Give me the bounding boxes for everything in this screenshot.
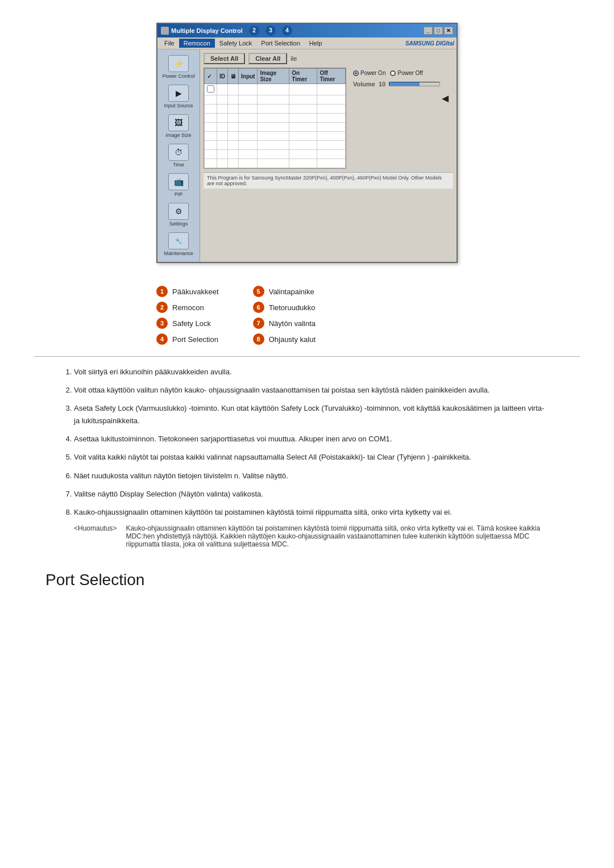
scroll-down-arrow[interactable]: ◄	[353, 92, 451, 105]
legend-num-1: 1	[156, 286, 168, 297]
power-off-radio[interactable]	[390, 70, 396, 76]
legend-num-7: 7	[253, 318, 264, 329]
power-on-radio[interactable]	[353, 70, 359, 76]
time-icon: ⏱	[168, 144, 189, 161]
instruction-4: Asettaa lukitustoiminnon. Tietokoneen sa…	[74, 433, 551, 445]
row-display	[228, 84, 239, 95]
legend-label-3: Safety Lock	[172, 319, 211, 328]
table-row[interactable]	[205, 132, 346, 141]
col-header-image-size: Image Size	[258, 69, 289, 84]
power-off-label: Power Off	[397, 70, 422, 76]
right-panel: Power On Power Off Volume 10	[351, 68, 453, 169]
sidebar-item-input-source[interactable]: ▶ Input Source	[157, 82, 200, 111]
instruction-5: Voit valita kaikki näytöt tai poistaa ka…	[74, 451, 551, 464]
maximize-button[interactable]: □	[434, 27, 443, 35]
menu-help[interactable]: Help	[305, 39, 327, 48]
row-image-size	[258, 84, 289, 95]
minimize-button[interactable]: _	[424, 27, 433, 35]
legend-label-1: Pääkuvakkeet	[172, 287, 219, 296]
table-row[interactable]	[205, 105, 346, 114]
col-header-check: ✓	[205, 69, 217, 84]
legend-num-8: 8	[253, 333, 264, 345]
power-control-icon: ⚡	[168, 55, 189, 72]
app-window: Multiple Display Control 2 3 4 _ □ ✕ Fil…	[156, 23, 458, 263]
toolbar-info-label: ile	[291, 55, 297, 62]
instruction-1: Voit siirtyä eri ikkunoihin pääkuvakkeid…	[74, 366, 551, 378]
sidebar-item-time[interactable]: ⏱ Time	[157, 141, 200, 170]
row-input	[239, 84, 258, 95]
table-row[interactable]	[205, 123, 346, 132]
table-row[interactable]	[205, 159, 346, 168]
volume-label: Volume	[353, 81, 375, 87]
legend-label-2: Remocon	[172, 303, 204, 312]
menu-bar: File Remocon Safety Lock Port Selection …	[157, 37, 457, 49]
sidebar-label-power-control: Power Control	[162, 73, 194, 79]
note-block: <Huomautus> Kauko-ohjaussignaalin ottami…	[74, 524, 551, 548]
legend-num-5: 5	[253, 286, 264, 297]
menu-port-selection[interactable]: Port Selection	[256, 39, 304, 48]
info-notice: This Program is for Samsung SyncMaster 3…	[204, 172, 453, 189]
note-text: Kauko-ohjaussignaalin ottaminen käyttöön…	[126, 524, 551, 548]
table-row[interactable]	[205, 114, 346, 123]
legend-label-4: Port Selection	[172, 335, 218, 344]
menu-remocon[interactable]: Remocon	[179, 39, 215, 48]
display-table-wrapper: ✓ ID 🖥 Input Image Size On Timer Off Tim…	[204, 68, 453, 169]
volume-slider[interactable]	[389, 82, 440, 86]
power-options-row: Power On Power Off	[353, 70, 451, 76]
menu-file[interactable]: File	[160, 39, 179, 48]
image-size-icon: 🖼	[168, 114, 189, 131]
row-checkbox[interactable]	[207, 85, 214, 93]
table-row[interactable]	[205, 141, 346, 150]
legend-col-left: 1 Pääkuvakkeet 2 Remocon 3 Safety Lock 4…	[156, 286, 219, 345]
clear-all-button[interactable]: Clear All	[248, 53, 287, 64]
sidebar-label-image-size: Image Size	[165, 132, 191, 138]
row-id	[217, 84, 228, 95]
legend-label-7: Näytön valinta	[269, 319, 316, 328]
badge-2: 2	[249, 26, 259, 36]
volume-value: 10	[379, 81, 385, 87]
sidebar-item-maintenance[interactable]: 🔧 Maintenance	[157, 230, 200, 258]
sidebar-item-power-control[interactable]: ⚡ Power Control	[157, 53, 200, 81]
input-source-icon: ▶	[168, 85, 189, 102]
instruction-6: Näet ruudukosta valitun näytön tietojen …	[74, 470, 551, 482]
table-row[interactable]	[205, 95, 346, 105]
power-on-option[interactable]: Power On	[353, 70, 385, 76]
legend-item-7: 7 Näytön valinta	[253, 318, 316, 329]
col-header-id: ID	[217, 69, 228, 84]
display-table: ✓ ID 🖥 Input Image Size On Timer Off Tim…	[204, 68, 346, 169]
legend-item-5: 5 Valintapainike	[253, 286, 316, 297]
col-header-off-timer: Off Timer	[317, 69, 346, 84]
legend-item-2: 2 Remocon	[156, 302, 219, 313]
sidebar-label-maintenance: Maintenance	[164, 251, 193, 256]
table-row[interactable]	[205, 150, 346, 159]
sidebar-item-pip[interactable]: 📺 PIP	[157, 171, 200, 199]
legend-num-4: 4	[156, 333, 168, 345]
legend-col-right: 5 Valintapainike 6 Tietoruudukko 7 Näytö…	[253, 286, 316, 345]
main-content: Select All Clear All ile ✓ ID	[200, 49, 457, 262]
legend-item-6: 6 Tietoruudukko	[253, 302, 316, 313]
legend-num-2: 2	[156, 302, 168, 313]
volume-row: Volume 10	[353, 81, 451, 87]
legend-label-6: Tietoruudukko	[269, 303, 316, 312]
legend-num-6: 6	[253, 302, 264, 313]
divider	[34, 356, 580, 357]
select-all-button[interactable]: Select All	[204, 53, 245, 64]
legend-section: 1 Pääkuvakkeet 2 Remocon 3 Safety Lock 4…	[156, 286, 458, 345]
power-off-option[interactable]: Power Off	[390, 70, 422, 76]
maintenance-icon: 🔧	[168, 232, 189, 249]
sidebar: ⚡ Power Control ▶ Input Source 🖼 Image S…	[157, 49, 200, 262]
menu-safety-lock[interactable]: Safety Lock	[215, 39, 256, 48]
note-label: <Huomautus>	[74, 524, 117, 548]
table-row[interactable]	[205, 84, 346, 95]
sidebar-item-settings[interactable]: ⚙ Settings	[157, 201, 200, 229]
toolbar-row: Select All Clear All ile	[204, 53, 453, 64]
instruction-7: Valitse näyttö Display Selection (Näytön…	[74, 488, 551, 500]
sidebar-item-image-size[interactable]: 🖼 Image Size	[157, 112, 200, 140]
port-selection-heading: Port Selection	[34, 571, 580, 589]
close-button[interactable]: ✕	[444, 27, 453, 35]
legend-label-5: Valintapainike	[269, 287, 314, 296]
legend-item-1: 1 Pääkuvakkeet	[156, 286, 219, 297]
brand-label: SAMSUNG DIGItal	[405, 40, 454, 47]
title-bar: Multiple Display Control 2 3 4 _ □ ✕	[157, 24, 457, 37]
legend-item-8: 8 Ohjausty kalut	[253, 333, 316, 345]
